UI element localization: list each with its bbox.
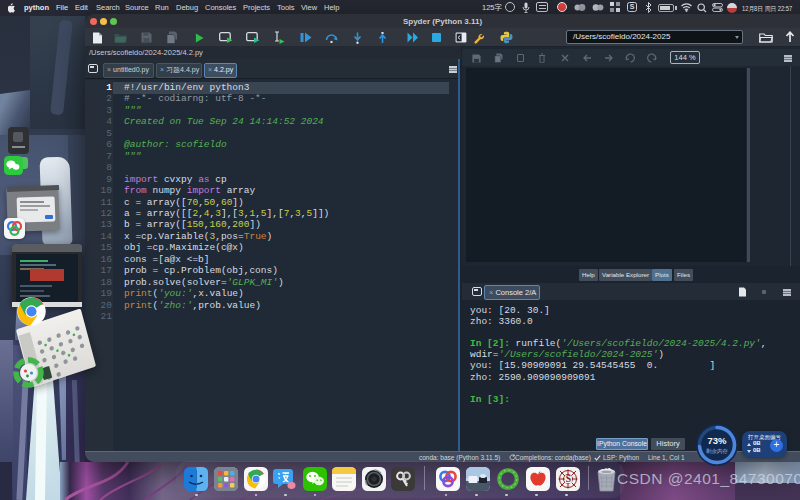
svg-text:S: S bbox=[566, 474, 571, 484]
svg-text:73%: 73% bbox=[707, 435, 727, 446]
svg-text:剩余内存: 剩余内存 bbox=[706, 448, 729, 455]
